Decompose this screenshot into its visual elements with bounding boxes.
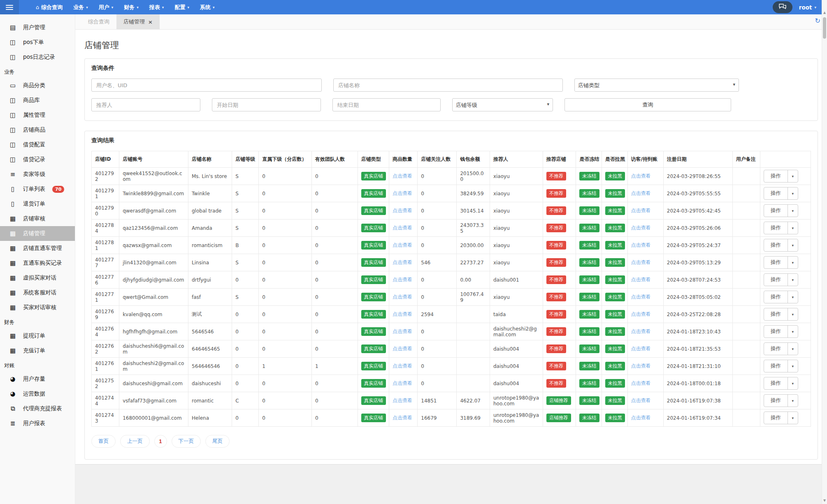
visitor-view-link[interactable]: 点击查看 xyxy=(631,190,651,196)
sidebar-item[interactable]: ▦充值订单 xyxy=(0,343,75,358)
action-button[interactable]: 操作 xyxy=(764,412,788,424)
page-first-button[interactable]: 首页 xyxy=(91,435,116,448)
sidebar-item[interactable]: ▦店铺管理 xyxy=(0,226,75,241)
action-caret-button[interactable]: ▾ xyxy=(788,257,798,268)
goods-view-link[interactable]: 点击查看 xyxy=(393,328,412,334)
referrer-input[interactable] xyxy=(91,98,200,111)
action-caret-button[interactable]: ▾ xyxy=(788,239,798,251)
visitor-view-link[interactable]: 点击查看 xyxy=(631,277,651,282)
visitor-view-link[interactable]: 点击查看 xyxy=(631,328,651,334)
action-button[interactable]: 操作 xyxy=(764,395,788,407)
action-button[interactable]: 操作 xyxy=(764,291,788,303)
sidebar-item[interactable]: ◫商品库 xyxy=(0,93,75,108)
action-caret-button[interactable]: ▾ xyxy=(788,170,798,182)
sidebar-item[interactable]: ▯订单列表70 xyxy=(0,182,75,197)
scroll-up-icon[interactable]: ▲ xyxy=(822,11,827,14)
goods-view-link[interactable]: 点击查看 xyxy=(393,277,412,282)
shop-type-select[interactable]: 店铺类型 xyxy=(574,79,739,92)
goods-view-link[interactable]: 点击查看 xyxy=(393,346,412,351)
messages-button[interactable] xyxy=(773,1,792,13)
goods-view-link[interactable]: 点击查看 xyxy=(393,398,412,403)
visitor-view-link[interactable]: 点击查看 xyxy=(631,173,651,179)
goods-view-link[interactable]: 点击查看 xyxy=(393,190,412,196)
action-caret-button[interactable]: ▾ xyxy=(788,187,798,199)
goods-view-link[interactable]: 点击查看 xyxy=(393,415,412,421)
sidebar-item[interactable]: ▦提现订单 xyxy=(0,328,75,343)
action-button[interactable]: 操作 xyxy=(764,274,788,286)
sidebar-item[interactable]: ◕用户存量 xyxy=(0,372,75,386)
nav-item-1[interactable]: 业务▾ xyxy=(68,0,93,14)
goods-view-link[interactable]: 点击查看 xyxy=(393,363,412,369)
page-prev-button[interactable]: 上一页 xyxy=(120,435,150,448)
vertical-scrollbar[interactable]: ▲ ▼ xyxy=(822,0,827,504)
action-button[interactable]: 操作 xyxy=(764,377,788,389)
start-date-input[interactable] xyxy=(212,98,321,111)
sidebar-item[interactable]: ▤用户管理 xyxy=(0,20,75,35)
action-button[interactable]: 操作 xyxy=(764,222,788,234)
visitor-view-link[interactable]: 点击查看 xyxy=(631,398,651,403)
refresh-icon[interactable]: ↻ xyxy=(815,18,820,24)
visitor-view-link[interactable]: 点击查看 xyxy=(631,363,651,369)
nav-item-2[interactable]: 用户▾ xyxy=(93,0,119,14)
user-menu[interactable]: root ▾ xyxy=(799,4,816,11)
nav-item-4[interactable]: 报表▾ xyxy=(144,0,170,14)
action-caret-button[interactable]: ▾ xyxy=(788,412,798,424)
visitor-view-link[interactable]: 点击查看 xyxy=(631,346,651,351)
nav-item-6[interactable]: 系统▾ xyxy=(195,0,220,14)
page-next-button[interactable]: 下一页 xyxy=(172,435,201,448)
visitor-view-link[interactable]: 点击查看 xyxy=(631,380,651,386)
sidebar-item[interactable]: ▦买家对话审核 xyxy=(0,300,75,315)
sidebar-item[interactable]: ◕运营数据 xyxy=(0,386,75,401)
sidebar-item[interactable]: ▦直通车购买记录 xyxy=(0,256,75,270)
sidebar-item[interactable]: ◫pos下单 xyxy=(0,35,75,50)
action-button[interactable]: 操作 xyxy=(764,170,788,182)
visitor-view-link[interactable]: 点击查看 xyxy=(631,415,651,421)
goods-view-link[interactable]: 点击查看 xyxy=(393,311,412,317)
sidebar-item[interactable]: ≡卖家等级 xyxy=(0,167,75,182)
nav-item-5[interactable]: 配置▾ xyxy=(169,0,195,14)
action-caret-button[interactable]: ▾ xyxy=(788,360,798,372)
end-date-input[interactable] xyxy=(332,98,441,111)
sidebar-item[interactable]: ◫pos日志记录 xyxy=(0,50,75,65)
action-caret-button[interactable]: ▾ xyxy=(788,326,798,338)
goods-view-link[interactable]: 点击查看 xyxy=(393,259,412,265)
action-button[interactable]: 操作 xyxy=(764,205,788,217)
action-caret-button[interactable]: ▾ xyxy=(788,395,798,407)
action-button[interactable]: 操作 xyxy=(764,360,788,372)
action-button[interactable]: 操作 xyxy=(764,239,788,251)
visitor-view-link[interactable]: 点击查看 xyxy=(631,294,651,300)
action-caret-button[interactable]: ▾ xyxy=(788,205,798,217)
shop-level-select[interactable]: 店铺等级 xyxy=(452,98,553,111)
page-last-button[interactable]: 尾页 xyxy=(205,435,230,448)
goods-view-link[interactable]: 点击查看 xyxy=(393,294,412,300)
goods-view-link[interactable]: 点击查看 xyxy=(393,173,412,179)
sidebar-item[interactable]: ▦店铺审核 xyxy=(0,211,75,226)
action-button[interactable]: 操作 xyxy=(764,326,788,338)
close-icon[interactable]: × xyxy=(148,19,153,25)
action-button[interactable]: 操作 xyxy=(764,343,788,355)
tab-店铺管理[interactable]: 店铺管理× xyxy=(116,14,160,29)
action-caret-button[interactable]: ▾ xyxy=(788,377,798,389)
visitor-view-link[interactable]: 点击查看 xyxy=(631,242,651,248)
goods-view-link[interactable]: 点击查看 xyxy=(393,225,412,231)
goods-view-link[interactable]: 点击查看 xyxy=(393,242,412,248)
action-caret-button[interactable]: ▾ xyxy=(788,343,798,355)
sidebar-item[interactable]: ≣用户报表 xyxy=(0,416,75,431)
action-caret-button[interactable]: ▾ xyxy=(788,274,798,286)
visitor-view-link[interactable]: 点击查看 xyxy=(631,259,651,265)
sidebar-item[interactable]: ◫借贷记录 xyxy=(0,152,75,167)
action-caret-button[interactable]: ▾ xyxy=(788,308,798,320)
visitor-view-link[interactable]: 点击查看 xyxy=(631,208,651,213)
tab-综合查询[interactable]: 综合查询 xyxy=(81,14,116,29)
search-button[interactable]: 查询 xyxy=(564,98,731,111)
action-button[interactable]: 操作 xyxy=(764,187,788,199)
sidebar-item[interactable]: ▦虚拟买家对话 xyxy=(0,270,75,285)
nav-item-3[interactable]: 财务▾ xyxy=(118,0,144,14)
goods-view-link[interactable]: 点击查看 xyxy=(393,208,412,213)
goods-view-link[interactable]: 点击查看 xyxy=(393,380,412,386)
scrollbar-thumb[interactable] xyxy=(823,17,826,39)
visitor-view-link[interactable]: 点击查看 xyxy=(631,225,651,231)
scroll-down-icon[interactable]: ▼ xyxy=(822,499,827,502)
username-uid-input[interactable] xyxy=(91,79,322,92)
visitor-view-link[interactable]: 点击查看 xyxy=(631,311,651,317)
